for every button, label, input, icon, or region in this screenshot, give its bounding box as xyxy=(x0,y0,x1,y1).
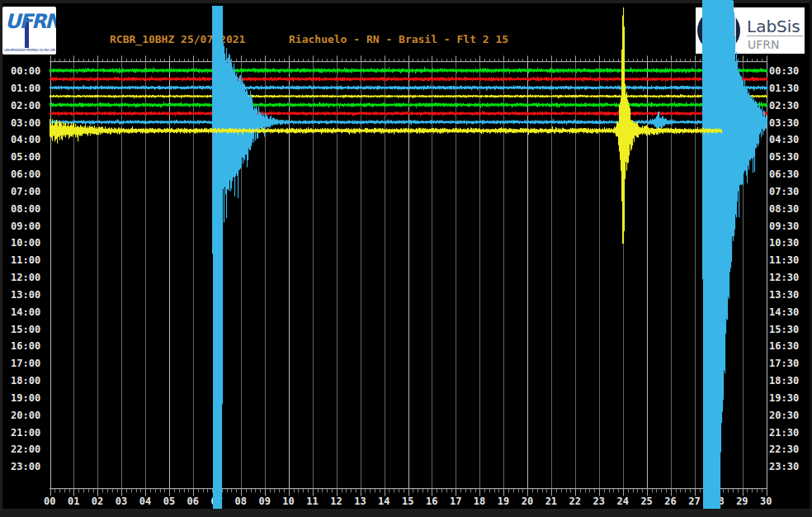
helicorder-traces-canvas xyxy=(0,0,812,517)
seismogram-screen: UFRN UNIVERSIDADE FEDERAL DO RIO GRANDE … xyxy=(0,0,812,517)
